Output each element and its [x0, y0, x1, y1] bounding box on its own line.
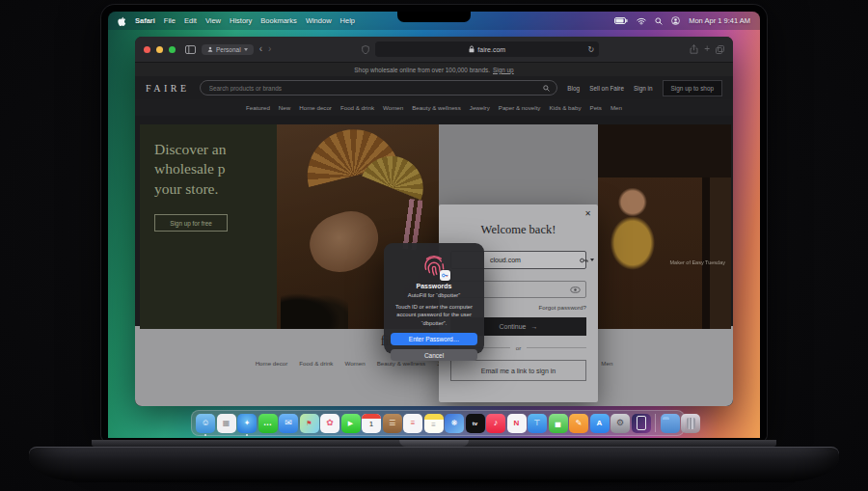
menu-window[interactable]: Window: [306, 16, 332, 25]
promo-signup-link[interactable]: Sign up: [493, 67, 514, 73]
dock-icon-news[interactable]: N: [507, 414, 527, 433]
cancel-button[interactable]: Cancel: [391, 349, 477, 361]
pill-home-decor[interactable]: Home decor: [254, 358, 290, 368]
hero-headline-line2: wholesale p: [154, 159, 277, 178]
dock-icon-downloads-folder[interactable]: [661, 414, 680, 433]
pill-women[interactable]: Women: [342, 358, 366, 368]
forward-button[interactable]: ›: [268, 44, 271, 54]
menu-bar-clock[interactable]: Mon Apr 1 9:41 AM: [689, 16, 750, 25]
menu-help[interactable]: Help: [340, 16, 355, 25]
arrow-right-icon: →: [531, 323, 538, 330]
dock-icon-iphone-mirroring[interactable]: [632, 414, 651, 433]
nav-men[interactable]: Men: [610, 104, 622, 111]
sell-on-faire-link[interactable]: Sell on Faire: [589, 85, 624, 92]
maker-workshop-photo: Maker of Easy Tuesday: [598, 124, 731, 329]
enter-password-button[interactable]: Enter Password…: [391, 333, 477, 345]
continue-label: Continue: [499, 323, 526, 330]
nav-new[interactable]: New: [279, 104, 290, 111]
pill-men[interactable]: Men: [599, 358, 614, 368]
hero-headline-line3: your store.: [154, 179, 277, 199]
nav-featured[interactable]: Featured: [246, 104, 270, 111]
dock-icon-numbers[interactable]: ▅: [549, 414, 568, 433]
spotlight-icon[interactable]: [655, 17, 663, 25]
promo-banner-text: Shop wholesale online from over 100,000 …: [354, 67, 490, 73]
faire-logo[interactable]: FAIRE: [146, 83, 190, 94]
url-text: faire.com: [477, 46, 505, 53]
dock-icon-notes[interactable]: ≡: [424, 414, 444, 433]
dock-icon-reminders[interactable]: ≡: [403, 414, 422, 433]
minimize-window-button[interactable]: [156, 46, 163, 53]
nav-beauty-wellness[interactable]: Beauty & wellness: [412, 104, 461, 111]
dock-icon-maps[interactable]: ⚑: [300, 414, 319, 433]
hero-text-block: Discover an wholesale p your store. Sign…: [140, 124, 277, 329]
menu-view[interactable]: View: [205, 16, 221, 25]
dock-icon-music[interactable]: ♪: [486, 414, 505, 433]
search-input[interactable]: [207, 84, 540, 93]
dock-icon-launchpad[interactable]: ▦: [217, 414, 236, 433]
touchid-fingerprint-icon: [420, 252, 448, 279]
nav-women[interactable]: Women: [383, 104, 403, 111]
modal-title: Welcome back!: [450, 223, 586, 237]
dock-icon-finder[interactable]: ☺: [196, 414, 215, 433]
nav-paper-novelty[interactable]: Paper & novelty: [499, 104, 541, 111]
dock-icon-contacts[interactable]: ☰: [383, 414, 402, 433]
menu-history[interactable]: History: [230, 16, 252, 25]
dock-icon-app-store[interactable]: A: [590, 414, 610, 433]
signup-to-shop-button[interactable]: Sign up to shop: [663, 80, 722, 96]
nav-kids-baby[interactable]: Kids & baby: [549, 104, 581, 111]
touchid-dialog: Passwords AutoFill for “dbpotter” Touch …: [384, 243, 484, 354]
pill-food-drink[interactable]: Food & drink: [297, 358, 335, 368]
promo-banner: Shop wholesale online from over 100,000 …: [135, 63, 733, 76]
touchid-app-name: Passwords: [384, 283, 484, 289]
show-password-eye-icon[interactable]: [570, 286, 581, 293]
menu-safari[interactable]: Safari: [135, 16, 155, 25]
email-link-signin-button[interactable]: Email me a link to sign in: [450, 360, 586, 381]
autofill-key-icon[interactable]: [580, 257, 594, 264]
dock-icon-keynote[interactable]: ⊤: [528, 414, 547, 433]
address-bar[interactable]: faire.com ↻: [375, 41, 599, 57]
nav-food-drink[interactable]: Food & drink: [340, 104, 374, 111]
dock-icon-pages[interactable]: ✎: [569, 414, 588, 433]
apple-logo-icon[interactable]: [118, 16, 126, 26]
privacy-shield-icon[interactable]: [362, 45, 369, 54]
bottles-photo-detail: [281, 288, 348, 329]
or-label: or: [516, 344, 522, 351]
page-body: find them on Faire Home decor Food & dri…: [135, 116, 733, 406]
dock-icon-photos[interactable]: ✿: [320, 414, 339, 433]
back-button[interactable]: ‹: [259, 44, 262, 54]
dock-icon-calendar[interactable]: 1: [362, 414, 381, 433]
dock-icon-freeform[interactable]: ❋: [445, 414, 464, 433]
dock-icon-messages[interactable]: …: [258, 414, 278, 433]
dock-icon-trash[interactable]: [681, 414, 700, 433]
battery-icon[interactable]: [614, 17, 628, 24]
new-tab-icon[interactable]: +: [704, 44, 710, 54]
nav-pets[interactable]: Pets: [590, 104, 602, 111]
search-bar[interactable]: [200, 80, 558, 95]
safari-window: Personal ‹ › faire.com ↻ +: [135, 37, 733, 406]
camera-notch: [397, 12, 471, 22]
menu-edit[interactable]: Edit: [184, 16, 197, 25]
dock-icon-mail[interactable]: ✉: [279, 414, 298, 433]
nav-home-decor[interactable]: Home decor: [299, 104, 332, 111]
close-icon[interactable]: ✕: [584, 209, 591, 218]
close-window-button[interactable]: [144, 46, 150, 53]
dock-icon-safari[interactable]: ✦: [237, 414, 257, 433]
dock-icon-apple-tv[interactable]: tv: [466, 414, 485, 433]
macbook-display: Safari File Edit View History Bookmarks …: [108, 12, 760, 438]
zoom-window-button[interactable]: [169, 46, 176, 53]
sign-in-link[interactable]: Sign in: [634, 85, 653, 92]
dock-icon-system-settings[interactable]: ⚙: [610, 414, 630, 433]
wifi-icon[interactable]: [637, 17, 646, 25]
menu-bookmarks[interactable]: Bookmarks: [260, 16, 297, 25]
profile-chip[interactable]: Personal: [202, 44, 254, 55]
menu-file[interactable]: File: [164, 16, 176, 25]
share-icon[interactable]: [690, 44, 698, 54]
nav-jewelry[interactable]: Jewelry: [470, 104, 490, 111]
hero-signup-free-button[interactable]: Sign up for free: [154, 214, 228, 232]
dock-icon-facetime[interactable]: ▶: [341, 414, 361, 433]
reload-icon[interactable]: ↻: [588, 45, 595, 54]
user-switch-icon[interactable]: [671, 16, 680, 25]
tab-overview-icon[interactable]: [716, 45, 724, 54]
sidebar-toggle-icon[interactable]: [185, 45, 196, 54]
blog-link[interactable]: Blog: [567, 85, 580, 92]
